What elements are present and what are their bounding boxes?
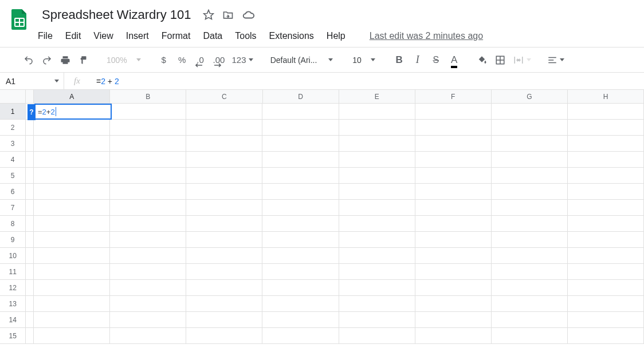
column-header-d[interactable]: D [263,90,339,103]
cell-b1[interactable] [110,104,186,120]
strikethrough-button[interactable]: S [428,52,444,68]
cell-g10[interactable] [492,248,568,264]
row-header-1[interactable]: 1 [0,104,26,120]
cell-b6[interactable] [110,184,186,200]
cell-h1[interactable] [568,104,644,120]
cell-h15[interactable] [568,328,644,344]
row-header-7[interactable]: 7 [0,200,26,216]
font-family-dropdown[interactable]: Default (Ari... [267,56,336,65]
menu-tools[interactable]: Tools [235,31,256,41]
row-header-6[interactable]: 6 [0,184,26,200]
cell-e14[interactable] [339,312,415,328]
cell-e1[interactable] [339,104,415,120]
cell-g7[interactable] [492,200,568,216]
cell-f15[interactable] [415,328,492,344]
undo-button[interactable] [21,52,37,68]
cell-e4[interactable] [339,152,415,168]
cell-h13[interactable] [568,296,644,312]
cell-a7[interactable] [34,200,110,216]
cell-b2[interactable] [110,120,186,136]
cell-h8[interactable] [568,216,644,232]
cell-d7[interactable] [262,200,339,216]
cell-e7[interactable] [339,200,415,216]
cell-h11[interactable] [568,264,644,280]
more-formats-button[interactable]: 123 [229,52,255,68]
cell-d13[interactable] [262,296,339,312]
cell-d4[interactable] [262,152,339,168]
cell-g5[interactable] [492,168,568,184]
cell-a5[interactable] [34,168,110,184]
cell-f12[interactable] [415,280,492,296]
decrease-decimal-button[interactable]: .0 [193,52,209,68]
menu-view[interactable]: View [93,31,113,41]
column-header-a[interactable]: A [34,90,110,103]
cell-g8[interactable] [492,216,568,232]
cell-d12[interactable] [262,280,339,296]
column-header-c[interactable]: C [186,90,262,103]
row-header-5[interactable]: 5 [0,168,26,184]
cell-f14[interactable] [415,312,492,328]
cell-g9[interactable] [492,232,568,248]
cell-d6[interactable] [262,184,339,200]
cell-d1[interactable] [262,104,339,120]
cell-e12[interactable] [339,280,415,296]
cell-b4[interactable] [110,152,186,168]
row-header-12[interactable]: 12 [0,280,26,296]
cell-f1[interactable] [415,104,492,120]
cell-c13[interactable] [186,296,262,312]
cell-b3[interactable] [110,136,186,152]
cell-d9[interactable] [262,232,339,248]
column-header-b[interactable]: B [110,90,186,103]
cell-c15[interactable] [186,328,262,344]
cell-c4[interactable] [186,152,262,168]
cell-f8[interactable] [415,216,492,232]
cell-e11[interactable] [339,264,415,280]
font-size-dropdown[interactable]: 10 [348,56,380,65]
borders-button[interactable] [492,52,508,68]
row-header-11[interactable]: 11 [0,264,26,280]
cell-c8[interactable] [186,216,262,232]
cell-b8[interactable] [110,216,186,232]
fill-color-button[interactable] [474,52,490,68]
cell-c5[interactable] [186,168,262,184]
cell-f9[interactable] [415,232,492,248]
cell-f13[interactable] [415,296,492,312]
row-header-3[interactable]: 3 [0,136,26,152]
cell-c7[interactable] [186,200,262,216]
cell-a6[interactable] [34,184,110,200]
cell-d5[interactable] [262,168,339,184]
cell-f3[interactable] [415,136,492,152]
formula-help-badge[interactable]: ? [28,104,36,120]
cell-c2[interactable] [186,120,262,136]
cell-b9[interactable] [110,232,186,248]
cell-c12[interactable] [186,280,262,296]
column-header-e[interactable]: E [339,90,415,103]
star-icon[interactable] [203,9,214,21]
row-header-2[interactable]: 2 [0,120,26,136]
cell-h7[interactable] [568,200,644,216]
move-folder-icon[interactable] [222,9,234,21]
menu-extensions[interactable]: Extensions [269,31,314,41]
cell-g15[interactable] [492,328,568,344]
cell-f6[interactable] [415,184,492,200]
column-header-g[interactable]: G [492,90,568,103]
cell-h2[interactable] [568,120,644,136]
increase-decimal-button[interactable]: .00 [211,52,227,68]
cell-f5[interactable] [415,168,492,184]
cell-f7[interactable] [415,200,492,216]
cell-d10[interactable] [262,248,339,264]
cell-a3[interactable] [34,136,110,152]
cell-h10[interactable] [568,248,644,264]
cell-b5[interactable] [110,168,186,184]
row-header-8[interactable]: 8 [0,216,26,232]
cell-g11[interactable] [492,264,568,280]
cell-f11[interactable] [415,264,492,280]
cell-f4[interactable] [415,152,492,168]
cell-a11[interactable] [34,264,110,280]
cell-e6[interactable] [339,184,415,200]
cell-b15[interactable] [110,328,186,344]
column-header-h[interactable]: H [568,90,644,103]
cell-c6[interactable] [186,184,262,200]
cell-e8[interactable] [339,216,415,232]
cell-f2[interactable] [415,120,492,136]
